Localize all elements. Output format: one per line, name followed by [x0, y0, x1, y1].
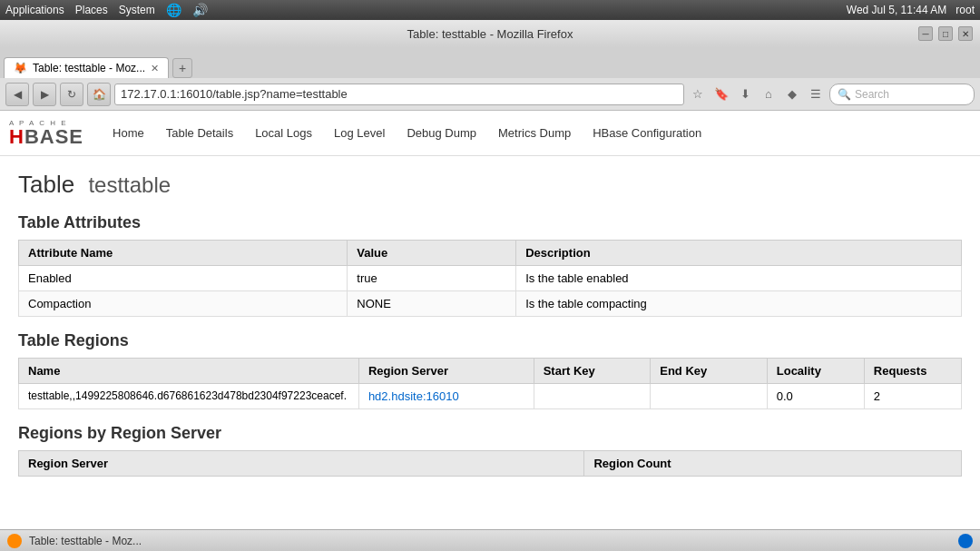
regions-section-title: Table Regions	[18, 331, 962, 350]
menu-icon[interactable]: ☰	[806, 84, 826, 104]
tab-close-button[interactable]: ✕	[151, 63, 159, 74]
attr-col-description: Description	[516, 241, 962, 266]
rbs-col-server: Region Server	[19, 451, 584, 477]
status-blue-icon	[958, 534, 973, 548]
nav-local-logs[interactable]: Local Logs	[244, 111, 323, 156]
home-button[interactable]: 🏠	[87, 83, 111, 106]
os-datetime: Wed Jul 5, 11:44 AM	[847, 4, 947, 16]
region-col-startkey: Start Key	[534, 359, 651, 384]
attr-col-name: Attribute Name	[19, 241, 348, 266]
firefox-icon	[7, 534, 22, 548]
url-input[interactable]: 172.17.0.1:16010/table.jsp?name=testtabl…	[114, 84, 684, 105]
region-endkey	[651, 384, 768, 409]
attr-compaction-value: NONE	[348, 291, 516, 317]
tab-bar: 🦊 Table: testtable - Moz... ✕ +	[0, 47, 980, 78]
search-placeholder: Search	[855, 88, 889, 101]
os-taskbar: Applications Places System 🌐 🔊 Wed Jul 5…	[0, 0, 980, 20]
table-row: Compaction NONE Is the table compacting	[19, 291, 962, 317]
attributes-table: Attribute Name Value Description Enabled…	[18, 240, 962, 317]
region-col-server: Region Server	[358, 359, 534, 384]
region-name: testtable,,1499225808646.d676861623d478b…	[19, 384, 359, 409]
table-name-text: testtable	[88, 172, 171, 197]
hbase-logo: A P A C H E HBASE	[9, 119, 83, 147]
region-locality: 0.0	[767, 384, 864, 409]
download-icon[interactable]: ⬇	[735, 84, 755, 104]
status-tab-label: Table: testtable - Moz...	[29, 535, 142, 547]
close-button[interactable]: ✕	[958, 26, 973, 41]
attr-compaction-name: Compaction	[19, 291, 348, 317]
tab-label: Table: testtable - Moz...	[33, 62, 145, 74]
active-tab[interactable]: 🦊 Table: testtable - Moz... ✕	[4, 57, 169, 78]
attr-enabled-desc: Is the table enabled	[516, 266, 962, 291]
minimize-button[interactable]: ─	[918, 26, 933, 41]
region-col-name: Name	[19, 359, 359, 384]
home2-icon[interactable]: ⌂	[759, 84, 779, 104]
os-icon2: 🔊	[192, 3, 208, 17]
nav-links: Home Table Details Local Logs Log Level …	[102, 111, 712, 156]
region-startkey	[534, 384, 651, 409]
browser-title-bar: Table: testtable - Mozilla Firefox ─ □ ✕	[0, 20, 980, 47]
bookmark-list-icon[interactable]: 🔖	[711, 84, 731, 104]
back-button[interactable]: ◀	[5, 83, 29, 106]
attributes-section-title: Table Attributes	[18, 213, 962, 232]
region-requests: 2	[864, 384, 961, 409]
region-col-endkey: End Key	[651, 359, 768, 384]
page-wrapper: A P A C H E HBASE Home Table Details Loc…	[0, 111, 980, 529]
places-menu[interactable]: Places	[75, 4, 108, 16]
forward-button[interactable]: ▶	[33, 83, 56, 106]
status-bar: Table: testtable - Moz...	[0, 529, 980, 551]
table-row: testtable,,1499225808646.d676861623d478b…	[19, 384, 962, 409]
nav-table-details[interactable]: Table Details	[155, 111, 244, 156]
rbs-col-count: Region Count	[584, 451, 962, 477]
os-icon1: 🌐	[166, 3, 181, 17]
nav-debug-dump[interactable]: Debug Dump	[396, 111, 487, 156]
attr-enabled-name: Enabled	[19, 266, 348, 291]
hbase-h: H	[9, 125, 24, 148]
nav-home[interactable]: Home	[102, 111, 155, 156]
url-text: 172.17.0.1:16010/table.jsp?name=testtabl…	[121, 87, 348, 101]
hbase-text: HBASE	[9, 127, 83, 147]
main-content: Table testtable Table Attributes Attribu…	[0, 156, 980, 491]
address-bar: ◀ ▶ ↻ 🏠 172.17.0.1:16010/table.jsp?name=…	[0, 78, 980, 111]
tab-favicon: 🦊	[14, 62, 27, 74]
reload-button[interactable]: ↻	[60, 83, 83, 106]
new-tab-button[interactable]: +	[172, 58, 192, 78]
region-server-link[interactable]: hd2.hdsite:16010	[358, 384, 534, 409]
regions-by-server-table: Region Server Region Count	[18, 450, 962, 477]
system-menu[interactable]: System	[119, 4, 155, 16]
attr-compaction-desc: Is the table compacting	[516, 291, 962, 317]
maximize-button[interactable]: □	[938, 26, 953, 41]
os-user: root	[956, 4, 975, 16]
nav-hbase-config[interactable]: HBase Configuration	[582, 111, 712, 156]
page-title: Table testtable	[18, 171, 962, 199]
attr-col-value: Value	[348, 241, 516, 266]
region-server-anchor[interactable]: hd2.hdsite:16010	[368, 389, 459, 403]
regions-by-server-title: Regions by Region Server	[18, 424, 962, 443]
hbase-rest: BASE	[24, 125, 83, 148]
search-input[interactable]: 🔍 Search	[829, 84, 975, 105]
nav-metrics-dump[interactable]: Metrics Dump	[487, 111, 582, 156]
hbase-navbar: A P A C H E HBASE Home Table Details Loc…	[0, 111, 980, 156]
applications-menu[interactable]: Applications	[5, 4, 64, 16]
region-col-requests: Requests	[864, 359, 961, 384]
attr-enabled-value: true	[348, 266, 516, 291]
table-row: Enabled true Is the table enabled	[19, 266, 962, 291]
bookmark-star-icon[interactable]: ☆	[688, 84, 708, 104]
region-col-locality: Locality	[767, 359, 864, 384]
nav-log-level[interactable]: Log Level	[323, 111, 396, 156]
title-text: Table	[18, 171, 74, 198]
search-icon: 🔍	[838, 88, 851, 101]
pocket-icon[interactable]: ◆	[782, 84, 802, 104]
browser-title: Table: testtable - Mozilla Firefox	[407, 27, 573, 41]
regions-table: Name Region Server Start Key End Key Loc…	[18, 358, 962, 409]
